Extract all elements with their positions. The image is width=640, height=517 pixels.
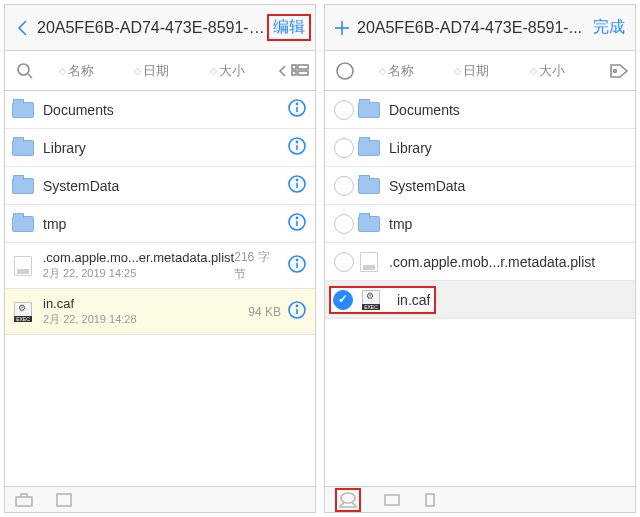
svg-rect-3	[298, 65, 308, 69]
list-item[interactable]: SystemData	[5, 167, 315, 205]
sort-bar: ◇名称 ◇日期 ◇大小	[325, 51, 635, 91]
list-item[interactable]: .com.apple.mo...er.metadata.plist 2月 22,…	[5, 243, 315, 289]
svg-line-1	[28, 74, 32, 78]
folder-title: 20A5FE6B-AD74-473E-8591-...	[355, 19, 587, 37]
svg-rect-32	[426, 494, 434, 506]
info-icon[interactable]	[287, 254, 307, 277]
search-icon[interactable]	[11, 62, 39, 80]
svg-rect-24	[16, 497, 32, 506]
add-icon[interactable]	[329, 19, 355, 37]
list-item-selected[interactable]: in.caf 2月 22, 2019 14:28 94 KB	[5, 289, 315, 335]
folder-icon	[357, 138, 381, 158]
item-label: in.caf	[397, 292, 430, 308]
folder-icon	[357, 214, 381, 234]
list-item[interactable]: Documents	[5, 91, 315, 129]
titlebar: 20A5FE6B-AD74-473E-8591-D7... 编辑	[5, 5, 315, 51]
list-item[interactable]: Documents	[325, 91, 635, 129]
svg-point-8	[296, 103, 297, 104]
folder-icon	[357, 176, 381, 196]
edit-button[interactable]: 编辑	[267, 14, 311, 41]
tool-icon[interactable]	[15, 493, 33, 507]
tool-icon[interactable]	[423, 492, 437, 508]
bottom-toolbar	[5, 486, 315, 512]
item-label: SystemData	[389, 178, 627, 194]
item-size: 94 KB	[248, 305, 281, 319]
right-pane: 20A5FE6B-AD74-473E-8591-... 完成 ◇名称 ◇日期 ◇…	[324, 4, 636, 513]
file-icon	[11, 256, 35, 276]
svg-point-20	[296, 259, 297, 260]
file-icon	[11, 302, 35, 322]
list-item[interactable]: SystemData	[325, 167, 635, 205]
folder-icon	[11, 214, 35, 234]
select-radio[interactable]	[331, 252, 357, 272]
svg-rect-5	[298, 71, 308, 75]
svg-point-0	[18, 64, 29, 75]
info-icon[interactable]	[287, 212, 307, 235]
sort-date[interactable]: ◇日期	[134, 62, 169, 80]
svg-point-17	[296, 217, 297, 218]
sort-date[interactable]: ◇日期	[454, 62, 489, 80]
item-label: Library	[389, 140, 627, 156]
file-icon	[359, 290, 383, 310]
tag-icon[interactable]	[585, 63, 629, 79]
folder-icon	[11, 100, 35, 120]
info-icon[interactable]	[287, 174, 307, 197]
svg-point-11	[296, 141, 297, 142]
bottom-toolbar	[325, 486, 635, 512]
list-item[interactable]: Library	[5, 129, 315, 167]
svg-rect-25	[57, 494, 71, 506]
sort-size[interactable]: ◇大小	[530, 62, 565, 80]
item-label: .com.apple.mo...er.metadata.plist	[43, 250, 234, 265]
tool-icon[interactable]	[383, 493, 401, 507]
select-radio[interactable]	[331, 214, 357, 234]
info-icon[interactable]	[287, 136, 307, 159]
done-button[interactable]: 完成	[587, 15, 631, 40]
item-label: Documents	[389, 102, 627, 118]
svg-point-28	[337, 63, 353, 79]
select-radio[interactable]	[333, 290, 353, 310]
select-all-icon[interactable]	[331, 61, 359, 81]
list-item[interactable]: tmp	[5, 205, 315, 243]
tool-icon[interactable]	[55, 493, 73, 507]
titlebar: 20A5FE6B-AD74-473E-8591-... 完成	[325, 5, 635, 51]
folder-icon	[11, 176, 35, 196]
select-radio[interactable]	[331, 138, 357, 158]
view-toggle[interactable]	[265, 64, 309, 78]
sort-name[interactable]: ◇名称	[59, 62, 94, 80]
sort-size[interactable]: ◇大小	[210, 62, 245, 80]
item-meta: 2月 22, 2019 14:25	[43, 266, 234, 281]
item-label: Documents	[43, 102, 287, 118]
list-item[interactable]: tmp	[325, 205, 635, 243]
svg-rect-2	[292, 65, 296, 69]
item-label: Library	[43, 140, 287, 156]
list-item-selected[interactable]: in.caf	[325, 281, 635, 319]
item-label: tmp	[389, 216, 627, 232]
item-size: 216 字节	[234, 249, 281, 283]
file-icon	[357, 252, 381, 272]
list-item[interactable]: Library	[325, 129, 635, 167]
sort-name[interactable]: ◇名称	[379, 62, 414, 80]
svg-point-23	[296, 305, 297, 306]
folder-icon	[11, 138, 35, 158]
back-icon[interactable]	[9, 18, 35, 38]
item-meta: 2月 22, 2019 14:28	[43, 312, 248, 327]
item-label: in.caf	[43, 296, 248, 311]
svg-point-14	[296, 179, 297, 180]
left-pane: 20A5FE6B-AD74-473E-8591-D7... 编辑 ◇名称 ◇日期…	[4, 4, 316, 513]
folder-title: 20A5FE6B-AD74-473E-8591-D7...	[35, 19, 267, 37]
copy-icon[interactable]	[338, 491, 358, 509]
svg-rect-31	[385, 495, 399, 505]
svg-rect-4	[292, 71, 296, 75]
item-label: .com.apple.mob...r.metadata.plist	[389, 254, 627, 270]
select-radio[interactable]	[331, 100, 357, 120]
sort-bar: ◇名称 ◇日期 ◇大小	[5, 51, 315, 91]
svg-point-29	[614, 69, 617, 72]
info-icon[interactable]	[287, 98, 307, 121]
select-radio[interactable]	[331, 176, 357, 196]
list-item[interactable]: .com.apple.mob...r.metadata.plist	[325, 243, 635, 281]
item-label: tmp	[43, 216, 287, 232]
info-icon[interactable]	[287, 300, 307, 323]
folder-icon	[357, 100, 381, 120]
item-label: SystemData	[43, 178, 287, 194]
svg-point-30	[341, 493, 355, 503]
